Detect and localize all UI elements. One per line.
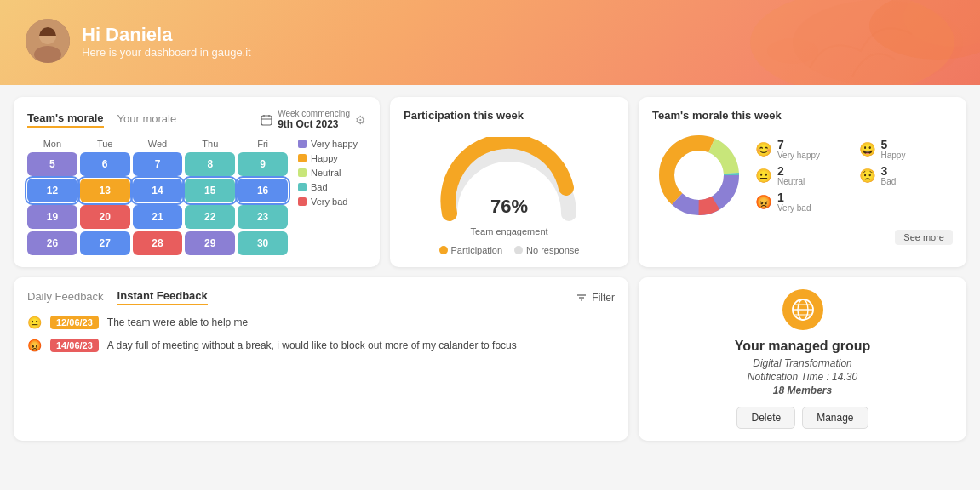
gauge-chart: 76% xyxy=(433,137,586,222)
cal-cell-15[interactable]: 15 xyxy=(185,179,235,202)
feedback-text-1: The team were able to help me xyxy=(107,316,248,330)
count-bad: 3 xyxy=(881,165,897,177)
stat-very-happy: 😊 7 Very happy xyxy=(754,139,850,160)
morale-week-body: 😊 7 Very happy 😀 5 Happy 😐 xyxy=(652,128,953,222)
cal-cell-30[interactable]: 30 xyxy=(238,231,288,255)
count-neutral: 2 xyxy=(777,165,805,177)
participation-card: Participation this week 76% Team engagem… xyxy=(390,97,628,267)
team-morale-week-card: Team's morale this week xyxy=(639,97,966,267)
cal-grid: 5 6 7 8 9 12 13 14 15 16 19 20 21 22 2 xyxy=(27,152,288,255)
feedback-emoji-2: 😡 xyxy=(27,339,42,352)
cal-cell-6[interactable]: 6 xyxy=(80,152,130,176)
gauge-label-noresponse: No response xyxy=(526,245,579,255)
participation-title: Participation this week xyxy=(404,109,524,122)
gauge-dot-noresponse xyxy=(514,246,523,254)
group-title: Your managed group xyxy=(735,339,871,354)
gauge-label-participation: Participation xyxy=(451,245,503,255)
gauge-legend-participation: Participation xyxy=(439,245,503,255)
gauge-legend-noresponse: No response xyxy=(514,245,579,255)
feedback-item-2: 😡 14/06/23 A day full of meeting without… xyxy=(27,339,615,353)
manage-button[interactable]: Manage xyxy=(802,407,868,429)
feedback-tabs: Daily Feedback Instant Feedback Filter xyxy=(27,289,615,305)
stat-neutral: 😐 2 Neutral xyxy=(754,165,850,186)
stat-info-very-bad: 1 Very bad xyxy=(777,191,811,213)
count-happy: 5 xyxy=(881,139,906,151)
cal-cell-28[interactable]: 28 xyxy=(133,231,183,255)
legend-label-neutral: Neutral xyxy=(311,168,341,178)
cal-cell-21[interactable]: 21 xyxy=(133,205,183,229)
greeting-text: Hi Daniela xyxy=(82,24,251,46)
count-very-bad: 1 xyxy=(777,191,811,203)
cal-cell-7[interactable]: 7 xyxy=(133,152,183,176)
group-members: 18 Members xyxy=(773,385,832,396)
tab-teams-morale[interactable]: Team's morale xyxy=(27,111,104,128)
emoji-very-happy: 😊 xyxy=(754,140,773,158)
legend-dot-neutral xyxy=(298,168,307,177)
cal-cell-8[interactable]: 8 xyxy=(185,152,235,176)
cal-cell-20[interactable]: 20 xyxy=(80,205,130,229)
day-mon: Mon xyxy=(27,139,77,149)
emoji-bad: 😟 xyxy=(858,166,877,185)
group-name: Digital Transformation xyxy=(753,357,851,369)
cal-cell-16[interactable]: 16 xyxy=(238,179,288,202)
morale-stats: 😊 7 Very happy 😀 5 Happy 😐 xyxy=(754,139,953,213)
legend-neutral: Neutral xyxy=(298,168,366,178)
label-very-bad: Very bad xyxy=(777,203,811,213)
legend-dot-very-bad xyxy=(298,197,307,206)
stat-info-neutral: 2 Neutral xyxy=(777,165,805,186)
gauge-percent: 76% xyxy=(433,196,586,218)
morale-tabs: Team's morale Your morale Week commencin… xyxy=(27,109,366,130)
avatar xyxy=(26,19,70,63)
legend-label-happy: Happy xyxy=(311,153,338,163)
tab-daily-feedback[interactable]: Daily Feedback xyxy=(27,290,104,305)
emoji-happy: 😀 xyxy=(858,140,877,158)
cal-cell-14[interactable]: 14 xyxy=(133,179,183,202)
feedback-card: Daily Feedback Instant Feedback Filter 😐… xyxy=(14,277,628,441)
cal-cell-23[interactable]: 23 xyxy=(238,205,288,229)
stat-very-bad: 😡 1 Very bad xyxy=(754,191,850,213)
day-thu: Thu xyxy=(185,139,235,149)
label-neutral: Neutral xyxy=(777,177,805,186)
label-very-happy: Very happy xyxy=(777,151,820,160)
feedback-text-2: A day full of meeting without a break, i… xyxy=(107,339,517,353)
see-more-button[interactable]: See more xyxy=(895,230,953,245)
cal-cell-5[interactable]: 5 xyxy=(27,152,77,176)
tab-your-morale[interactable]: Your morale xyxy=(117,112,177,127)
calendar-icon xyxy=(261,114,272,126)
cal-cell-27[interactable]: 27 xyxy=(80,231,130,255)
week-date-value: 9th Oct 2023 xyxy=(278,118,350,130)
day-wed: Wed xyxy=(133,139,183,149)
legend-label-very-bad: Very bad xyxy=(311,197,347,207)
label-bad: Bad xyxy=(881,177,897,186)
stat-bad: 😟 3 Bad xyxy=(858,165,954,186)
label-happy: Happy xyxy=(881,151,906,160)
stat-info-happy: 5 Happy xyxy=(881,139,906,160)
feedback-item-1: 😐 12/06/23 The team were able to help me xyxy=(27,316,615,330)
week-commencing-label: Week commencing xyxy=(278,109,350,118)
delete-button[interactable]: Delete xyxy=(736,407,795,429)
cal-cell-19[interactable]: 19 xyxy=(27,205,77,229)
cal-cell-12[interactable]: 12 xyxy=(27,179,77,202)
legend-bad: Bad xyxy=(298,182,366,192)
legend-happy: Happy xyxy=(298,153,366,163)
cal-cell-29[interactable]: 29 xyxy=(185,231,235,255)
legend-dot-bad xyxy=(298,183,307,191)
tab-instant-feedback[interactable]: Instant Feedback xyxy=(117,289,208,305)
cal-cell-26[interactable]: 26 xyxy=(27,231,77,255)
filter-button[interactable]: Filter xyxy=(576,292,615,304)
sub-text: Here is your dashboard in gauge.it xyxy=(82,46,251,59)
donut-chart xyxy=(652,128,746,222)
legend-label-bad: Bad xyxy=(311,182,328,192)
cal-cell-9[interactable]: 9 xyxy=(238,152,288,176)
group-icon xyxy=(782,289,823,330)
settings-icon[interactable]: ⚙ xyxy=(355,113,366,127)
cal-cell-22[interactable]: 22 xyxy=(185,205,235,229)
group-globe-icon xyxy=(790,297,816,322)
team-morale-week-title: Team's morale this week xyxy=(652,109,953,122)
cal-cell-13[interactable]: 13 xyxy=(80,179,130,202)
cal-header: Mon Tue Wed Thu Fri xyxy=(27,139,288,149)
stat-info-very-happy: 7 Very happy xyxy=(777,139,820,160)
day-tue: Tue xyxy=(80,139,130,149)
day-fri: Fri xyxy=(238,139,288,149)
stat-info-bad: 3 Bad xyxy=(881,165,897,186)
